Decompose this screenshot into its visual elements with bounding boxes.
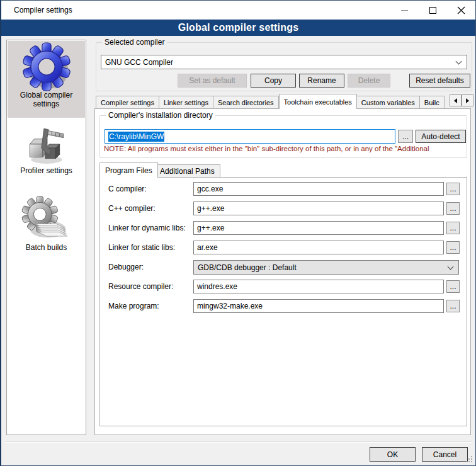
- close-button[interactable]: [447, 1, 475, 20]
- blue-gear-icon: [23, 43, 71, 91]
- installation-directory-browse-button[interactable]: ...: [398, 130, 413, 143]
- static-linker-field[interactable]: ar.exe: [193, 241, 444, 254]
- cancel-button[interactable]: Cancel: [422, 447, 468, 462]
- resource-compiler-browse-button[interactable]: ...: [446, 280, 460, 293]
- sidebar-item-batch-builds[interactable]: Batch builds: [8, 196, 85, 267]
- dynamic-linker-browse-button[interactable]: ...: [446, 222, 460, 234]
- subtab-additional-paths[interactable]: Additional Paths: [154, 164, 220, 178]
- auto-detect-button[interactable]: Auto-detect: [416, 130, 466, 143]
- resize-grip[interactable]: [466, 456, 472, 462]
- dynamic-linker-field[interactable]: g++.exe: [193, 221, 444, 235]
- tab-toolchain-executables[interactable]: Toolchain executables: [279, 94, 357, 109]
- chevron-down-icon: [456, 58, 462, 64]
- cpp-compiler-value: g++.exe: [197, 204, 224, 213]
- sidebar-item-label: Global compiler settings: [8, 91, 85, 108]
- arrow-left-icon: [454, 98, 457, 103]
- c-compiler-field[interactable]: gcc.exe: [193, 182, 444, 196]
- installation-directory-input[interactable]: C:\raylib\MinGW: [105, 129, 395, 144]
- tab-custom-variables[interactable]: Custom variables: [357, 96, 420, 109]
- resource-compiler-field[interactable]: windres.exe: [193, 280, 444, 293]
- chevron-down-icon: [448, 263, 454, 270]
- minimize-button[interactable]: [390, 1, 419, 20]
- debugger-label: Debugger:: [108, 263, 144, 271]
- make-program-field[interactable]: mingw32-make.exe: [193, 299, 444, 313]
- make-program-label: Make program:: [108, 302, 159, 310]
- reset-defaults-button[interactable]: Reset defaults: [409, 74, 470, 88]
- dynamic-linker-label: Linker for dynamic libs:: [108, 224, 186, 232]
- tab-build-options-clipped[interactable]: Builc: [420, 96, 445, 109]
- gray-gear-stack-icon: [25, 199, 69, 243]
- sidebar-item-label: Batch builds: [8, 243, 85, 252]
- static-linker-label: Linker for static libs:: [108, 243, 175, 252]
- tab-scroll-right-button[interactable]: [462, 94, 473, 106]
- copy-button[interactable]: Copy: [251, 74, 296, 88]
- ok-button[interactable]: OK: [370, 447, 416, 462]
- bin-subdirectory-note: NOTE: All programs must exist either in …: [104, 145, 466, 152]
- compiler-settings-dialog: Compiler settings Global compiler settin…: [0, 0, 476, 466]
- compiler-options-tabstrip: Compiler settings Linker settings Search…: [96, 94, 450, 109]
- sidebar-item-global-compiler-settings[interactable]: Global compiler settings: [8, 41, 85, 118]
- compiler-select[interactable]: GNU GCC Compiler: [101, 55, 467, 69]
- resource-compiler-value: windres.exe: [197, 282, 237, 291]
- maximize-icon: [429, 7, 436, 14]
- title-bar[interactable]: Compiler settings: [1, 1, 475, 20]
- c-compiler-browse-button[interactable]: ...: [446, 183, 460, 195]
- installation-directory-label: Compiler's installation directory: [106, 111, 215, 120]
- close-icon: [458, 7, 465, 14]
- make-program-value: mingw32-make.exe: [197, 302, 263, 310]
- cpp-compiler-field[interactable]: g++.exe: [193, 202, 444, 215]
- minimize-icon: [401, 7, 408, 14]
- static-linker-browse-button[interactable]: ...: [446, 241, 460, 254]
- make-program-browse-button[interactable]: ...: [446, 300, 460, 312]
- caliper-icon: [26, 125, 67, 166]
- footer-separator: [6, 441, 472, 443]
- subtab-program-files[interactable]: Program Files: [99, 162, 158, 178]
- tab-linker-settings[interactable]: Linker settings: [159, 96, 213, 109]
- sidebar-item-profiler-settings[interactable]: Profiler settings: [8, 122, 85, 193]
- tab-search-directories[interactable]: Search directories: [213, 96, 279, 109]
- debugger-value: GDB/CDB debugger : Default: [198, 263, 297, 272]
- dialog-banner: Global compiler settings: [1, 20, 475, 36]
- banner-title: Global compiler settings: [178, 22, 299, 33]
- static-linker-value: ar.exe: [197, 243, 218, 252]
- rename-button[interactable]: Rename: [299, 74, 344, 88]
- c-compiler-label: C compiler:: [108, 185, 147, 193]
- installation-directory-value: C:\raylib\MinGW: [108, 132, 164, 142]
- dynamic-linker-value: g++.exe: [197, 224, 224, 232]
- set-as-default-button[interactable]: Set as default: [178, 74, 247, 88]
- c-compiler-value: gcc.exe: [197, 185, 223, 193]
- resource-compiler-label: Resource compiler:: [108, 282, 173, 291]
- cpp-compiler-label: C++ compiler:: [108, 204, 156, 213]
- tab-compiler-settings[interactable]: Compiler settings: [96, 96, 159, 109]
- settings-category-list: Global compiler settings P: [6, 40, 86, 435]
- arrow-right-icon: [466, 98, 469, 103]
- selected-compiler-label: Selected compiler: [102, 38, 167, 47]
- cpp-compiler-browse-button[interactable]: ...: [446, 202, 460, 215]
- maximize-button[interactable]: [419, 1, 447, 20]
- debugger-select[interactable]: GDB/CDB debugger : Default: [193, 260, 459, 275]
- window-title: Compiler settings: [14, 6, 72, 14]
- delete-button[interactable]: Delete: [348, 74, 390, 88]
- sidebar-item-label: Profiler settings: [8, 166, 85, 175]
- tab-scroll-left-button[interactable]: [450, 94, 462, 106]
- compiler-select-value: GNU GCC Compiler: [105, 58, 173, 67]
